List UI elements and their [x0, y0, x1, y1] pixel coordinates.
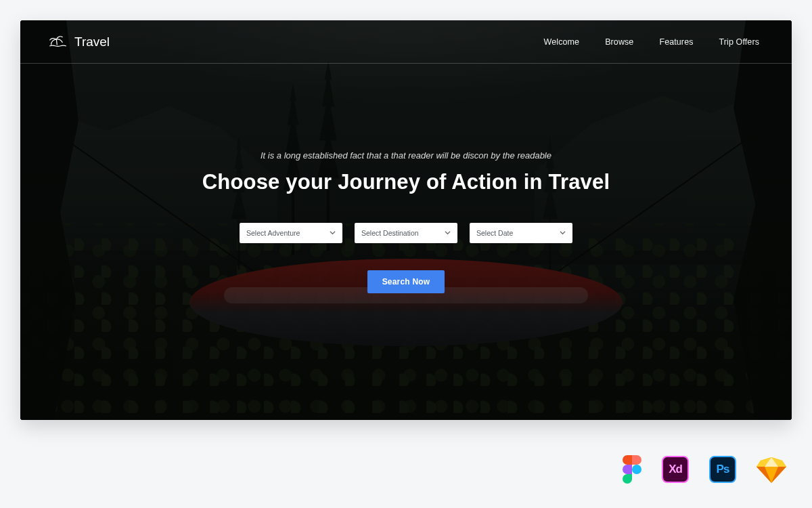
select-placeholder: Select Destination [361, 229, 419, 237]
nav-trip-offers[interactable]: Trip Offers [719, 37, 759, 47]
hero-content: It is a long established fact that a tha… [20, 64, 792, 293]
figma-icon [623, 455, 641, 484]
select-adventure[interactable]: Select Adventure [240, 223, 342, 243]
brand-logo[interactable]: Travel [49, 33, 110, 51]
sketch-icon [757, 456, 786, 483]
adobe-xd-icon: Xd [662, 456, 689, 483]
nav-welcome[interactable]: Welcome [544, 37, 580, 47]
photoshop-icon: Ps [709, 456, 736, 483]
chevron-down-icon [560, 229, 566, 237]
chevron-down-icon [330, 229, 336, 237]
ps-label: Ps [717, 463, 729, 476]
select-destination[interactable]: Select Destination [355, 223, 457, 243]
primary-nav: Welcome Browse Features Trip Offers [544, 37, 759, 47]
select-placeholder: Select Adventure [246, 229, 300, 237]
chevron-down-icon [445, 229, 451, 237]
nav-features[interactable]: Features [659, 37, 693, 47]
search-row: Select Adventure Select Destination Sele… [20, 223, 792, 243]
search-button[interactable]: Search Now [367, 270, 445, 293]
hero-card: Travel Welcome Browse Features Trip Offe… [20, 20, 792, 420]
xd-label: Xd [669, 463, 682, 476]
hero-tagline: It is a long established fact that a tha… [20, 150, 792, 161]
brand-name: Travel [74, 35, 110, 49]
nav-browse[interactable]: Browse [605, 37, 633, 47]
select-date[interactable]: Select Date [470, 223, 572, 243]
select-placeholder: Select Date [476, 229, 513, 237]
site-header: Travel Welcome Browse Features Trip Offe… [20, 20, 792, 64]
design-tool-badges: Xd Ps [623, 455, 786, 484]
palm-travel-icon [49, 33, 68, 51]
hero-headline: Choose your Journey of Action in Travel [20, 170, 792, 194]
